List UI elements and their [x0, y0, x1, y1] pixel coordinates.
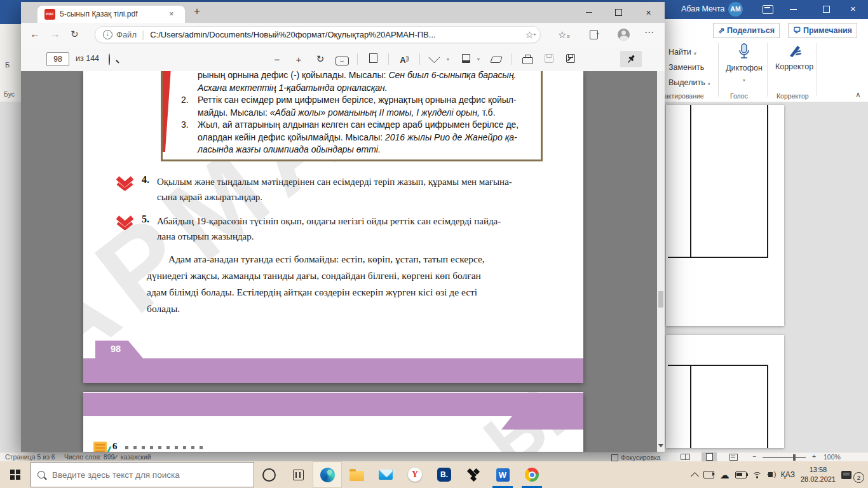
- ribbon-separator: [767, 43, 768, 97]
- meet-now-icon[interactable]: [703, 471, 714, 478]
- word-page[interactable]: [666, 105, 784, 326]
- page-info[interactable]: Страница 5 из 6: [5, 453, 55, 461]
- taskbar-chrome-button[interactable]: [517, 461, 546, 488]
- avatar[interactable]: AM: [728, 2, 743, 17]
- tab-close-button[interactable]: ×: [169, 9, 174, 18]
- edge-maximize-button[interactable]: [604, 2, 634, 23]
- word-page[interactable]: [666, 335, 784, 448]
- favorites-icon[interactable]: ☆≡: [558, 29, 570, 41]
- pdf-file-icon: PDF: [44, 9, 55, 20]
- draw-pen-icon[interactable]: [424, 54, 446, 65]
- clock[interactable]: 13:58 28.02.2021: [801, 465, 836, 484]
- address-bar[interactable]: i Файл | C:/Users/admin/Documents/Новый%…: [95, 26, 541, 43]
- new-tab-button[interactable]: +: [194, 5, 200, 18]
- footer-purple-bar: [83, 358, 583, 383]
- action-center-icon[interactable]: [841, 471, 851, 479]
- search-input[interactable]: [51, 470, 247, 480]
- grammar-rule-box: рының орнына дефис (-) қойылады. Мысалы:…: [161, 71, 543, 161]
- pdf-toolbar: из 144 − + ↻ ↔ A)) ∨ ∨: [21, 47, 665, 72]
- profile-avatar[interactable]: [618, 29, 630, 41]
- settings-more-icon[interactable]: ⋯: [644, 27, 654, 38]
- yandex-browser-button[interactable]: Y: [400, 461, 430, 488]
- volume-icon[interactable]: [768, 472, 773, 477]
- url-text[interactable]: C:/Users/admin/Documents/Новый%20формат/…: [150, 30, 525, 39]
- booking-button[interactable]: B.: [430, 461, 459, 488]
- comments-button[interactable]: 🗩 Примечания: [788, 23, 857, 38]
- start-button[interactable]: [0, 461, 31, 488]
- scrollbar-thumb[interactable]: [658, 291, 663, 308]
- ribbon-display-options-icon[interactable]: [763, 5, 773, 14]
- back-button[interactable]: ←: [30, 29, 40, 40]
- browser-tab[interactable]: PDF 5-сынып Қазақ тілі.pdf ×: [37, 6, 185, 23]
- dropbox-button[interactable]: [459, 461, 488, 488]
- pdf-search-icon[interactable]: [109, 54, 110, 65]
- paragraph-line: болады.: [147, 301, 485, 317]
- zoom-in-icon[interactable]: +: [288, 54, 309, 65]
- fit-to-width-icon[interactable]: ↔: [331, 53, 353, 65]
- forward-button[interactable]: →: [50, 29, 60, 40]
- edge-minimize-button[interactable]: [574, 2, 604, 23]
- print-icon[interactable]: [517, 54, 538, 65]
- save-as-icon[interactable]: [560, 54, 581, 65]
- language-status[interactable]: ✓ казахский: [113, 453, 151, 461]
- focus-mode-button[interactable]: Фокусировка: [611, 453, 661, 461]
- hidden-icons-chevron-icon[interactable]: [691, 472, 699, 480]
- pin-toolbar-button[interactable]: [620, 51, 642, 67]
- highlighter-icon[interactable]: [455, 54, 477, 65]
- read-mode-button[interactable]: [677, 452, 693, 461]
- cortana-button[interactable]: [254, 461, 283, 488]
- taskbar-search[interactable]: [31, 462, 254, 487]
- pdf-viewer[interactable]: АРМАН-ПВ рының орнына дефис (-) қойылады…: [21, 71, 665, 452]
- tab-title: 5-сынып Қазақ тілі.pdf: [60, 10, 138, 18]
- group-label-corrector: Корректор: [776, 92, 809, 100]
- word-close-button[interactable]: ×: [850, 3, 856, 14]
- add-favorite-icon[interactable]: ☆+: [526, 29, 534, 41]
- zoom-slider-thumb[interactable]: [793, 454, 796, 461]
- read-aloud-icon[interactable]: A)): [393, 54, 415, 65]
- zoom-level[interactable]: 100%: [824, 453, 841, 461]
- battery-icon[interactable]: [735, 471, 747, 478]
- reload-button[interactable]: ↻: [71, 29, 79, 40]
- draw-options-chevron-icon[interactable]: ∨: [446, 57, 455, 62]
- cortana-icon: [262, 468, 276, 482]
- scroll-down-arrow-icon[interactable]: [658, 444, 663, 450]
- page-view-icon[interactable]: [362, 53, 384, 65]
- zoom-slider[interactable]: [763, 457, 806, 458]
- edge-close-button[interactable]: ×: [634, 2, 663, 23]
- collections-icon[interactable]: +: [590, 30, 599, 41]
- taskbar-word-button[interactable]: W: [488, 461, 517, 488]
- word-count[interactable]: Число слов: 899: [64, 453, 114, 461]
- mail-button[interactable]: [371, 461, 400, 488]
- find-button[interactable]: Найти∨: [668, 48, 697, 57]
- word-minimize-button[interactable]: [790, 9, 797, 10]
- task-view-button[interactable]: [283, 461, 313, 488]
- zoom-in-button[interactable]: +: [812, 452, 816, 460]
- wifi-icon[interactable]: [752, 471, 763, 478]
- exercise-number: 4.: [142, 174, 149, 186]
- pdf-scrollbar[interactable]: [657, 71, 665, 452]
- replace-button[interactable]: Заменить: [668, 63, 704, 72]
- save-icon[interactable]: [538, 54, 560, 65]
- select-button[interactable]: Выделить∨: [668, 78, 711, 87]
- file-explorer-button[interactable]: [342, 461, 371, 488]
- web-layout-button[interactable]: [726, 452, 741, 461]
- maximize-icon: [615, 9, 622, 16]
- rotate-icon[interactable]: ↻: [309, 53, 331, 65]
- onedrive-cloud-icon[interactable]: ☁: [720, 470, 729, 480]
- zoom-out-button[interactable]: −: [752, 452, 756, 460]
- highlight-options-chevron-icon[interactable]: ∨: [477, 57, 485, 62]
- keyboard-language[interactable]: ҚАЗ: [781, 470, 795, 479]
- page-number-input[interactable]: [46, 52, 69, 66]
- share-button[interactable]: ⇗ Поделиться: [713, 23, 780, 38]
- dictate-button[interactable]: Диктофон ∨: [726, 43, 763, 84]
- exercise-text: Абайдың 19-қарасөзін түсініп оқып, ондағ…: [157, 214, 501, 244]
- word-restore-button[interactable]: [823, 6, 830, 13]
- editor-button[interactable]: Корректор: [774, 43, 815, 71]
- zoom-out-icon[interactable]: −: [266, 54, 288, 65]
- collapse-ribbon-button[interactable]: ∧: [855, 90, 861, 99]
- rule-text: рының орнына дефис (-) қойылады. Мысалы:…: [198, 71, 537, 156]
- site-info-icon[interactable]: i: [103, 30, 112, 39]
- taskbar-edge-button[interactable]: [313, 461, 342, 488]
- print-layout-button[interactable]: [702, 452, 717, 461]
- eraser-icon[interactable]: [485, 54, 507, 65]
